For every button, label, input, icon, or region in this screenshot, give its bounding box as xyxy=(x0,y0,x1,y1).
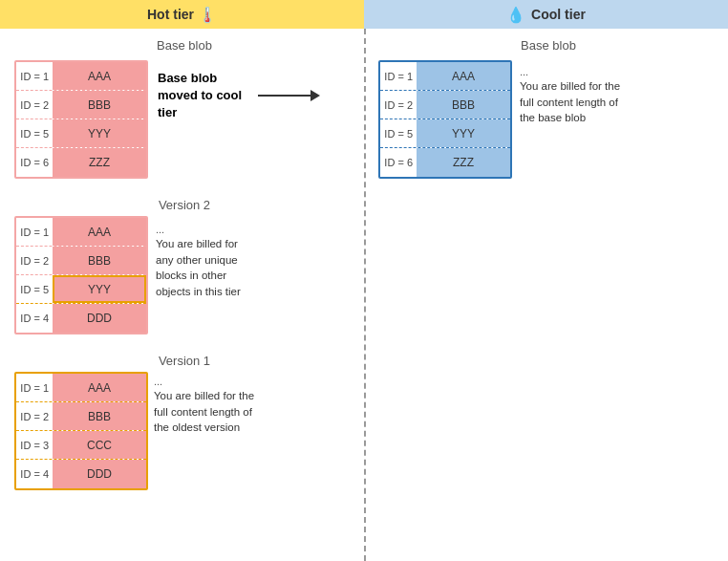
row-cell: CCC xyxy=(53,431,146,459)
hot-base-blob-area: ID = 1 AAA ID = 2 BBB ID = 5 YYY ID = xyxy=(14,60,354,179)
hot-tier-label: Hot tier xyxy=(147,7,194,22)
row-id: ID = 6 xyxy=(380,157,417,168)
row-cell: DDD xyxy=(53,304,146,333)
table-row: ID = 3 CCC xyxy=(16,431,146,460)
table-row: ID = 1 AAA xyxy=(16,62,146,91)
row-id: ID = 2 xyxy=(16,411,53,422)
table-row: ID = 5 YYY xyxy=(16,119,146,148)
table-row-highlighted: ID = 5 YYY xyxy=(16,275,146,304)
cool-base-blob-table: ID = 1 AAA ID = 2 BBB ID = 5 YYY ID = 6 … xyxy=(378,60,512,179)
row-id: ID = 2 xyxy=(16,99,53,111)
table-row: ID = 1 AAA xyxy=(16,218,146,247)
hot-version1-area: ID = 1 AAA ID = 2 BBB ID = 3 CCC ID = 4 … xyxy=(14,372,354,490)
row-id: ID = 5 xyxy=(380,128,417,140)
row-cell: BBB xyxy=(53,402,146,430)
table-row: ID = 6 ZZZ xyxy=(380,148,510,177)
hot-version2-area: ID = 1 AAA ID = 2 BBB ID = 5 YYY ID = 4 … xyxy=(14,216,354,334)
hot-base-blob-table-wrapper: ID = 1 AAA ID = 2 BBB ID = 5 YYY ID = xyxy=(14,60,148,179)
hot-base-blob-table: ID = 1 AAA ID = 2 BBB ID = 5 YYY ID = xyxy=(14,60,148,179)
row-id: ID = 5 xyxy=(16,284,53,295)
hot-version2-title: Version 2 xyxy=(14,198,354,212)
row-id: ID = 2 xyxy=(16,255,53,267)
cool-icon: 💧 xyxy=(506,6,525,24)
row-cell: ZZZ xyxy=(417,148,510,177)
row-cell: BBB xyxy=(53,91,146,119)
cool-base-annotation-group: ... You are billed for thefull content l… xyxy=(520,64,620,126)
hot-base-blob-title: Base blob xyxy=(14,38,354,53)
table-row: ID = 1 AAA xyxy=(380,62,510,91)
cool-base-annotation: You are billed for thefull content lengt… xyxy=(520,78,620,126)
table-row: ID = 2 BBB xyxy=(380,91,510,119)
table-row: ID = 4 DDD xyxy=(16,460,146,488)
main-content: Base blob ID = 1 AAA ID = 2 BBB ID = 5 xyxy=(0,29,728,561)
hot-tier-header: Hot tier 🌡️ xyxy=(0,0,364,29)
header: Hot tier 🌡️ 💧 Cool tier xyxy=(0,0,728,29)
hot-base-blob-section: Base blob ID = 1 AAA ID = 2 BBB ID = 5 xyxy=(14,38,354,179)
table-row: ID = 2 BBB xyxy=(16,402,146,431)
cool-base-ellipsis: ... xyxy=(520,66,528,77)
row-cell: BBB xyxy=(53,247,146,274)
table-row: ID = 1 AAA xyxy=(16,374,146,402)
row-cell: AAA xyxy=(53,62,146,90)
hot-version1-section: Version 1 ID = 1 AAA ID = 2 BBB ID = 3 C… xyxy=(14,354,354,490)
version2-annotation-group: ... You are billed forany other uniquebl… xyxy=(156,222,241,300)
row-id: ID = 3 xyxy=(16,440,53,451)
row-cell: AAA xyxy=(53,374,146,401)
table-row: ID = 4 DDD xyxy=(16,304,146,333)
version1-ellipsis: ... xyxy=(154,376,162,387)
table-row: ID = 5 YYY xyxy=(380,119,510,148)
table-row: ID = 2 BBB xyxy=(16,91,146,119)
version1-annotation: You are billed for thefull content lengt… xyxy=(154,388,254,436)
row-cell: YYY xyxy=(53,119,146,147)
cool-base-blob-section: Base blob ID = 1 AAA ID = 2 BBB ID = 5 Y… xyxy=(378,38,718,179)
arrow-graphic xyxy=(258,90,320,101)
hot-version2-section: Version 2 ID = 1 AAA ID = 2 BBB ID = 5 Y… xyxy=(14,198,354,334)
row-id: ID = 1 xyxy=(16,227,53,238)
version2-annotation: You are billed forany other uniqueblocks… xyxy=(156,236,241,300)
row-cell-highlighted: YYY xyxy=(53,275,146,303)
row-cell: ZZZ xyxy=(53,148,146,177)
arrow-label: Base blob moved to cool tier xyxy=(158,70,258,122)
row-id: ID = 2 xyxy=(380,99,417,111)
row-cell: BBB xyxy=(417,91,510,119)
version2-ellipsis: ... xyxy=(156,224,164,235)
row-cell: YYY xyxy=(417,119,510,147)
hot-side-panel: Base blob ID = 1 AAA ID = 2 BBB ID = 5 xyxy=(0,29,364,561)
row-id: ID = 1 xyxy=(16,71,53,82)
version1-annotation-group: ... You are billed for thefull content l… xyxy=(154,374,254,436)
arrow-head xyxy=(310,90,320,101)
row-id: ID = 6 xyxy=(16,157,53,168)
hot-version1-title: Version 1 xyxy=(14,354,354,368)
cool-side-panel: Base blob ID = 1 AAA ID = 2 BBB ID = 5 Y… xyxy=(364,29,728,561)
thermometer-icon: 🌡️ xyxy=(198,6,217,24)
hot-version2-table: ID = 1 AAA ID = 2 BBB ID = 5 YYY ID = 4 … xyxy=(14,216,148,334)
row-cell: AAA xyxy=(417,62,510,90)
cool-tier-label: Cool tier xyxy=(531,7,586,22)
row-id: ID = 5 xyxy=(16,128,53,140)
tier-divider xyxy=(364,29,366,561)
row-id: ID = 4 xyxy=(16,313,53,324)
cool-tier-header: 💧 Cool tier xyxy=(364,0,728,29)
hot-version1-table: ID = 1 AAA ID = 2 BBB ID = 3 CCC ID = 4 … xyxy=(14,372,148,490)
row-id: ID = 1 xyxy=(380,71,417,82)
table-row: ID = 6 ZZZ xyxy=(16,148,146,177)
cool-base-blob-area: ID = 1 AAA ID = 2 BBB ID = 5 YYY ID = 6 … xyxy=(378,60,718,179)
arrow-shaft xyxy=(258,95,310,97)
cool-base-blob-title: Base blob xyxy=(378,38,718,53)
row-id: ID = 1 xyxy=(16,382,53,394)
row-cell: DDD xyxy=(53,460,146,488)
row-cell: AAA xyxy=(53,218,146,246)
row-id: ID = 4 xyxy=(16,468,53,480)
table-row: ID = 2 BBB xyxy=(16,247,146,275)
arrow-group: Base blob moved to cool tier xyxy=(158,70,320,122)
